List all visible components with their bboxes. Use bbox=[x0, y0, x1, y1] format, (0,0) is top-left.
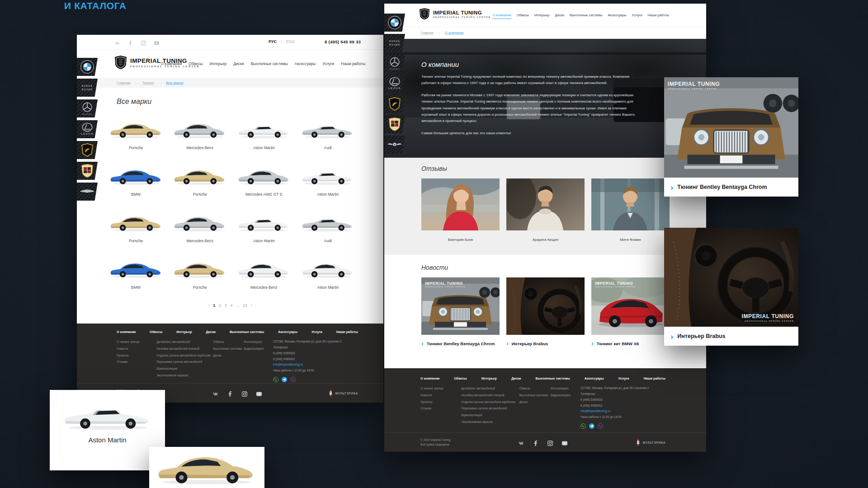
car-card[interactable]: Audi bbox=[296, 111, 360, 158]
instagram-icon[interactable] bbox=[141, 39, 146, 44]
footer-column-title[interactable]: Услуги bbox=[311, 330, 322, 334]
footer-column-title[interactable]: Аксессуары bbox=[585, 376, 604, 380]
youtube-icon[interactable] bbox=[154, 39, 159, 44]
footer-column-title[interactable]: Выхлопные системы bbox=[535, 376, 570, 380]
footer-link[interactable]: Новости bbox=[420, 392, 461, 399]
whatsapp-icon[interactable] bbox=[273, 377, 278, 382]
nav-item-4[interactable]: Диски bbox=[233, 61, 244, 67]
footer-link[interactable]: Проекты bbox=[420, 399, 461, 406]
car-card[interactable]: Aston Martin bbox=[296, 251, 360, 297]
nav-item-5[interactable]: Выхлопные системы bbox=[250, 61, 288, 67]
youtube-icon[interactable] bbox=[562, 440, 567, 445]
footer-column-title[interactable]: Обвесы bbox=[150, 330, 162, 334]
pagination-page[interactable]: ... bbox=[236, 303, 239, 308]
pagination-prev[interactable]: ‹ bbox=[208, 303, 209, 308]
brand-tile-rangerover[interactable]: RANGEROVER bbox=[384, 34, 405, 52]
pagination-page[interactable]: 10 bbox=[243, 303, 247, 308]
footer-email-link[interactable]: info@imperialtuning.ru bbox=[580, 408, 665, 414]
car-overlay-aston[interactable]: Aston Martin bbox=[50, 390, 165, 470]
brand-tile-bmw[interactable] bbox=[384, 14, 405, 32]
nav-item-7[interactable]: Услуги bbox=[632, 13, 642, 19]
footer-link[interactable]: О тюнинг ателье bbox=[420, 385, 461, 392]
footer-link[interactable]: Отделка салона автомобиля карбоном bbox=[156, 352, 213, 359]
breadcrumb-item[interactable]: Тюнинг bbox=[142, 81, 154, 85]
footer-column-title[interactable]: О компании bbox=[420, 376, 439, 380]
footer-link[interactable]: Фотогалерея bbox=[551, 385, 577, 392]
car-card[interactable]: Audi bbox=[296, 204, 360, 251]
viber-icon[interactable] bbox=[290, 377, 296, 382]
footer-link[interactable]: Шумоизоляция bbox=[156, 366, 213, 372]
footer-link[interactable]: О тюнинг ателье bbox=[117, 339, 156, 346]
car-card[interactable]: Porsche bbox=[104, 111, 168, 158]
car-card[interactable]: BMW bbox=[104, 158, 168, 204]
studio-credit[interactable]: МУЛЬТЭРИКА bbox=[636, 439, 665, 446]
nav-item-6[interactable]: Аксессуары bbox=[608, 13, 626, 19]
breadcrumb-item[interactable]: Главная bbox=[117, 81, 130, 85]
car-card[interactable]: Aston Martin bbox=[232, 111, 296, 158]
instagram-icon[interactable] bbox=[547, 440, 553, 445]
pagination-page[interactable]: 1 bbox=[213, 303, 215, 308]
brand-tile-lexus[interactable]: LEXUS bbox=[77, 120, 98, 138]
brand-tile-astonmartin[interactable] bbox=[77, 183, 98, 201]
viber-icon[interactable] bbox=[598, 423, 603, 429]
nav-item-1[interactable]: О компании bbox=[492, 13, 511, 19]
brand-tile-rangerover[interactable]: RANGEROVER bbox=[77, 79, 98, 97]
footer-column-title[interactable]: Обвесы bbox=[454, 376, 467, 380]
brand-tile-bmw[interactable] bbox=[77, 58, 98, 76]
footer-link[interactable]: Обвесы bbox=[519, 385, 551, 392]
car-card[interactable]: Mercedes-Benz bbox=[232, 251, 296, 297]
car-card[interactable]: Aston Martin bbox=[296, 158, 360, 204]
facebook-icon[interactable] bbox=[227, 390, 233, 396]
car-card[interactable]: BMW bbox=[104, 251, 168, 297]
nav-item-3[interactable]: Интерьер bbox=[209, 61, 226, 67]
footer-email-link[interactable]: info@imperialtuning.ru bbox=[273, 362, 358, 368]
nav-item-8[interactable]: Наши работы bbox=[341, 61, 365, 67]
footer-column-title[interactable]: Интерьер bbox=[176, 330, 192, 334]
footer-link[interactable]: Новости bbox=[117, 346, 156, 352]
telegram-icon[interactable] bbox=[589, 423, 594, 429]
footer-column-title[interactable]: Выхлопные системы bbox=[230, 330, 264, 334]
footer-link[interactable]: Детейлинг автомобилей bbox=[461, 385, 519, 392]
breadcrumb-item[interactable]: О компании bbox=[445, 31, 463, 35]
footer-column-title[interactable]: Интерьер bbox=[481, 376, 497, 380]
nav-item-3[interactable]: Интерьер bbox=[534, 13, 549, 19]
footer-column-title[interactable]: О компании bbox=[117, 330, 136, 334]
nav-item-5[interactable]: Выхлопные системы bbox=[570, 13, 602, 19]
news-card[interactable]: IMPERIAL TUNINGPROFESSIONAL TUNING CENTE… bbox=[421, 277, 500, 347]
brand-tile-mercedes[interactable]: Mercedes-Benz bbox=[77, 99, 98, 117]
footer-link[interactable]: Выхлопные системы bbox=[213, 346, 244, 352]
youtube-icon[interactable] bbox=[256, 390, 262, 396]
footer-column-title[interactable]: Диски bbox=[206, 330, 216, 334]
brand-tile-porsche[interactable] bbox=[384, 115, 405, 133]
car-card[interactable]: Porsche bbox=[104, 204, 168, 251]
footer-link[interactable]: Отзывы bbox=[117, 359, 156, 366]
footer-link[interactable]: Оклейка автомобилей пленкой bbox=[156, 346, 213, 352]
vk-icon[interactable] bbox=[115, 39, 120, 44]
footer-link[interactable]: Перешивка салона автомобилей bbox=[461, 405, 519, 412]
footer-link[interactable]: Видеогалерея bbox=[551, 392, 577, 399]
brand-tile-lexus[interactable]: LEXUS bbox=[384, 75, 405, 93]
pagination-page[interactable]: 4 bbox=[230, 303, 232, 308]
nav-item-2[interactable]: Обвесы bbox=[517, 13, 529, 19]
car-card[interactable]: Mercedes-Benz bbox=[168, 204, 232, 251]
breadcrumb-item[interactable]: Все марки bbox=[166, 81, 183, 85]
footer-column-title[interactable]: Аксессуары bbox=[278, 330, 297, 334]
brand-tile-lamborghini[interactable] bbox=[77, 141, 98, 159]
footer-column-title[interactable]: Услуги bbox=[618, 376, 629, 380]
footer-column-title[interactable]: Наши работы bbox=[644, 376, 665, 380]
car-card[interactable]: Mercedes-Benz bbox=[168, 111, 232, 158]
news-card[interactable]: IMPERIAL TUNINGPROFESSIONAL TUNING CENTE… bbox=[591, 277, 670, 347]
car-card[interactable]: Mercedes-AMG GT S bbox=[232, 158, 296, 204]
footer-link[interactable]: Видеогалерея bbox=[244, 346, 270, 352]
footer-link[interactable]: Диски bbox=[213, 352, 244, 359]
news-card[interactable]: ›Интерьер Brabus bbox=[506, 277, 585, 347]
review-card[interactable]: Митя Фомин bbox=[591, 178, 670, 242]
footer-link[interactable]: Отделка салона автомобиля карбоном bbox=[461, 399, 519, 406]
footer-column-title[interactable]: Наши работы bbox=[336, 330, 358, 334]
footer-link[interactable]: Проекты bbox=[117, 352, 156, 359]
pagination-page[interactable]: 3 bbox=[225, 303, 227, 308]
breadcrumb-item[interactable]: Главная bbox=[420, 31, 434, 35]
nav-item-6[interactable]: Аксессуары bbox=[295, 61, 316, 67]
nav-item-7[interactable]: Услуги bbox=[322, 61, 334, 67]
vk-icon[interactable] bbox=[519, 440, 524, 445]
